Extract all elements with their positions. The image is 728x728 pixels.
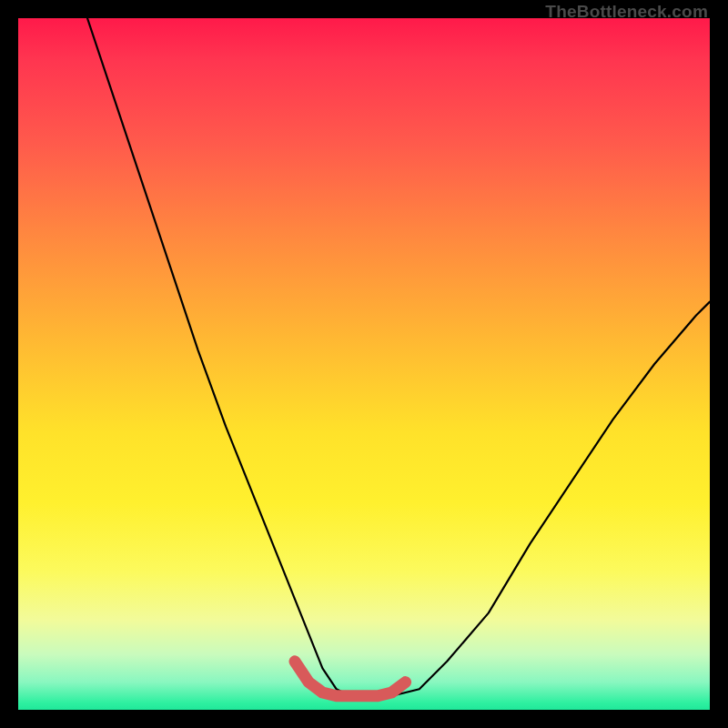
chart-frame: TheBottleneck.com (0, 0, 728, 728)
watermark-text: TheBottleneck.com (545, 2, 708, 22)
bottleneck-curve (87, 18, 710, 696)
curve-svg (18, 18, 710, 710)
plot-area (18, 18, 710, 710)
flat-bottom-highlight (295, 662, 406, 696)
